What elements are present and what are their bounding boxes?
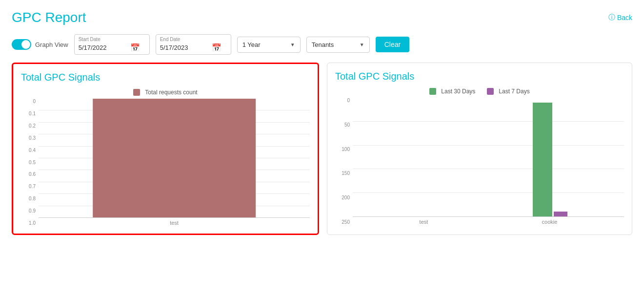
back-link[interactable]: ⓘ Back (608, 13, 632, 22)
page-title: GPC Report (12, 10, 86, 25)
left-x-labels: test (39, 218, 310, 226)
end-date-label: End Date (160, 37, 227, 42)
left-bars-container (39, 99, 310, 218)
toolbar: Graph View Start Date 📅 End Date 📅 1 Yea… (12, 34, 632, 55)
left-bars-wrapper: test (39, 99, 310, 226)
right-chart-legend: Last 30 Days Last 7 Days (335, 88, 624, 95)
left-chart-legend: Total requests count (21, 89, 310, 96)
left-y-axis: 1.0 0.9 0.8 0.7 0.6 0.5 0.4 0.3 0.2 0.1 … (21, 99, 39, 226)
right-bar-cookie-7days (554, 212, 567, 216)
right-x-label-test: test (420, 219, 428, 225)
right-chart-area: 250 200 150 100 50 0 (335, 98, 624, 225)
right-legend-label-0: Last 30 Days (441, 88, 475, 95)
clear-button[interactable]: Clear (376, 37, 409, 52)
end-date-inner: 📅 (160, 43, 227, 52)
right-y-axis: 250 200 150 100 50 0 (335, 98, 353, 225)
graph-view-toggle[interactable] (12, 39, 31, 50)
back-icon: ⓘ (608, 13, 615, 22)
right-legend-dot-1 (487, 88, 494, 95)
left-legend-dot-0 (133, 89, 140, 96)
right-bars-groups (353, 98, 624, 216)
header: GPC Report ⓘ Back (12, 10, 632, 25)
tenant-dropdown[interactable]: Tenants ▼ (306, 37, 370, 53)
right-legend-dot-0 (429, 88, 436, 95)
left-chart-area: 1.0 0.9 0.8 0.7 0.6 0.5 0.4 0.3 0.2 0.1 … (21, 99, 310, 226)
period-dropdown[interactable]: 1 Year ▼ (237, 37, 301, 53)
period-selected-label: 1 Year (242, 41, 261, 48)
left-legend-label-0: Total requests count (145, 89, 197, 96)
right-bar-group-test (410, 98, 439, 216)
start-date-calendar-icon[interactable]: 📅 (130, 43, 140, 52)
start-date-input[interactable] (79, 44, 127, 51)
start-date-field[interactable]: Start Date 📅 (74, 34, 150, 55)
right-bars-wrapper: test cookie (353, 98, 624, 225)
end-date-input[interactable] (160, 44, 209, 51)
right-bars-container (353, 98, 624, 217)
right-legend-label-1: Last 7 Days (499, 88, 529, 95)
back-label: Back (617, 14, 632, 21)
right-bar-cookie-30days (533, 103, 552, 216)
right-chart-title: Total GPC Signals (335, 71, 624, 82)
toggle-label: Graph View (35, 41, 68, 48)
start-date-inner: 📅 (79, 43, 145, 52)
tenant-dropdown-arrow: ▼ (360, 42, 364, 47)
left-x-label-0: test (170, 220, 179, 226)
period-dropdown-arrow: ▼ (290, 42, 295, 47)
right-bar-group-cookie (533, 98, 567, 216)
left-chart-title: Total GPC Signals (21, 72, 310, 83)
graph-view-toggle-wrap: Graph View (12, 39, 68, 50)
page-container: GPC Report ⓘ Back Graph View Start Date … (0, 0, 644, 245)
left-chart-card: Total GPC Signals Total requests count 1… (12, 63, 319, 235)
tenant-selected-label: Tenants (312, 41, 334, 48)
right-x-labels: test cookie (353, 217, 624, 225)
end-date-calendar-icon[interactable]: 📅 (212, 43, 221, 52)
start-date-label: Start Date (79, 37, 145, 42)
right-x-label-cookie: cookie (542, 219, 558, 225)
left-bar-test (93, 99, 256, 217)
right-chart-card: Total GPC Signals Last 30 Days Last 7 Da… (327, 63, 632, 235)
charts-row: Total GPC Signals Total requests count 1… (12, 63, 632, 235)
end-date-field[interactable]: End Date 📅 (156, 34, 231, 55)
